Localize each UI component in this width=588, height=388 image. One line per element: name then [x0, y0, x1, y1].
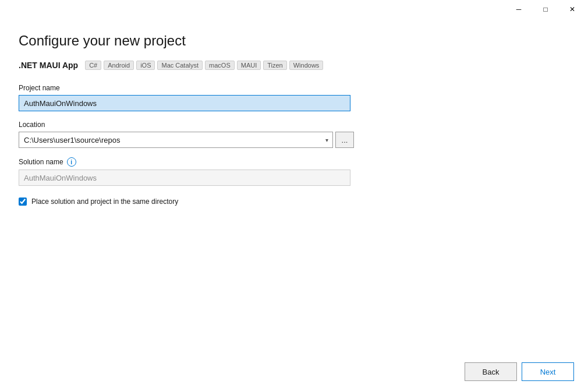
- location-label: Location: [19, 121, 569, 129]
- tag-macos: macOS: [205, 61, 235, 70]
- tag-maui: MAUI: [237, 61, 261, 70]
- solution-name-label: Solution name i: [19, 157, 569, 167]
- main-content: Configure your new project .NET MAUI App…: [0, 19, 588, 355]
- same-directory-label: Place solution and project in the same d…: [31, 197, 178, 206]
- solution-name-input[interactable]: [19, 170, 350, 186]
- tag-ios: iOS: [136, 61, 155, 70]
- solution-name-group: Solution name i: [19, 157, 569, 186]
- location-dropdown-wrap: C:\Users\user1\source\repos: [19, 132, 333, 148]
- page-title: Configure your new project: [19, 33, 569, 49]
- tag-android: Android: [104, 61, 134, 70]
- back-button[interactable]: Back: [465, 362, 517, 381]
- bottom-bar: Back Next: [0, 355, 588, 388]
- location-group: Location C:\Users\user1\source\repos ...: [19, 121, 569, 148]
- solution-name-info-icon[interactable]: i: [67, 157, 76, 167]
- tag-windows: Windows: [289, 61, 324, 70]
- location-row: C:\Users\user1\source\repos ...: [19, 132, 569, 148]
- tag-tizen: Tizen: [263, 61, 287, 70]
- project-type-bar: .NET MAUI App C# Android iOS Mac Catalys…: [19, 61, 569, 70]
- same-directory-row: Place solution and project in the same d…: [19, 197, 569, 206]
- same-directory-checkbox[interactable]: [19, 197, 27, 206]
- tag-mac-catalyst: Mac Catalyst: [157, 61, 203, 70]
- tag-csharp: C#: [85, 61, 101, 70]
- minimize-button[interactable]: ─: [505, 0, 532, 19]
- project-name-input[interactable]: [19, 95, 350, 111]
- title-bar: ─ □ ✕: [0, 0, 588, 19]
- browse-button[interactable]: ...: [335, 132, 354, 148]
- next-button[interactable]: Next: [522, 362, 574, 381]
- configure-project-window: ─ □ ✕ Configure your new project .NET MA…: [0, 0, 588, 388]
- maximize-button[interactable]: □: [532, 0, 559, 19]
- project-name-label: Project name: [19, 84, 569, 92]
- close-button[interactable]: ✕: [559, 0, 586, 19]
- project-type-name: .NET MAUI App: [19, 61, 78, 70]
- location-select[interactable]: C:\Users\user1\source\repos: [19, 132, 333, 148]
- form: Project name Location C:\Users\user1\sou…: [19, 84, 569, 206]
- project-name-group: Project name: [19, 84, 569, 111]
